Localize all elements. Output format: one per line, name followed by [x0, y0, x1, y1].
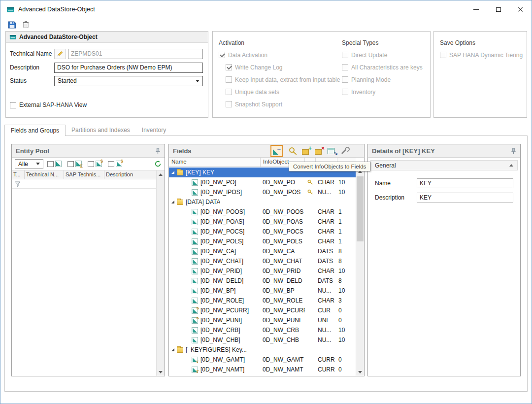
fields-tree-row[interactable]: [0D_NW_PO] 0D_NW_PO CHAR 10 — [169, 177, 356, 187]
fields-tree-row[interactable]: [0D_NW_CRB] 0D_NW_CRB NU... 10 — [169, 325, 356, 335]
edit-pencil-button[interactable] — [54, 49, 66, 59]
key-edit-button[interactable] — [288, 146, 299, 156]
detail-name-input[interactable] — [417, 178, 513, 188]
fields-tree-row[interactable]: [0D_NW_CHAT] 0D_NW_CHAT DATS 8 — [169, 256, 356, 266]
entity-scrollbar[interactable] — [156, 170, 165, 376]
delete-button[interactable] — [22, 21, 30, 29]
entity-filter[interactable] — [67, 161, 84, 167]
entity-filter[interactable] — [47, 161, 64, 167]
maximize-button[interactable] — [487, 0, 509, 18]
activation-box: Activation Data Activation Write Change … — [212, 31, 431, 118]
fields-tree: [KEY] KEY [0D_NW_PO] 0D_NW_PO CHAR 10 [0… — [169, 168, 356, 376]
scroll-down-icon[interactable] — [356, 368, 364, 376]
fields-tree-row[interactable]: [0D_NW_POAS] 0D_NW_POAS CHAR 1 — [169, 217, 356, 227]
tab-fields-and-groups[interactable]: Fields and Groups — [4, 125, 66, 136]
checkbox — [440, 52, 446, 58]
row-type-icon — [192, 189, 198, 196]
filter-checkbox[interactable] — [108, 161, 114, 167]
checkbox — [219, 52, 225, 58]
checkbox-option: Keep Input data, extract from input tabl… — [226, 73, 340, 86]
field-name: [0D_NW_POCS] — [200, 228, 244, 235]
field-infoobject: 0D_NW_PO — [261, 179, 305, 186]
fields-tree-row[interactable]: [0D_NW_IPOS] 0D_NW_IPOS NU... 10 — [169, 187, 356, 197]
field-datatype: DATS — [316, 258, 337, 265]
tab-bar: Fields and Groups Partitions and Indexes… — [4, 125, 172, 136]
field-length: 1 — [337, 218, 356, 225]
filter-checkbox[interactable] — [88, 161, 94, 167]
folder-delete-button[interactable] — [314, 146, 325, 156]
field-length: 0 — [337, 356, 356, 363]
checkbox — [342, 89, 348, 95]
fields-tree-row[interactable]: [0D_NW_POCS] 0D_NW_POCS CHAR 1 — [169, 227, 356, 236]
entity-column-header[interactable]: Technical N... — [25, 170, 64, 179]
description-input[interactable] — [54, 63, 203, 73]
field-length: 10 — [337, 179, 356, 186]
minimize-button[interactable] — [465, 0, 487, 18]
close-button[interactable] — [509, 0, 532, 18]
tree-expand-icon[interactable] — [171, 348, 174, 351]
fields-tree-row[interactable]: [0D_NW_BP] 0D_NW_BP NU... 10 — [169, 286, 356, 296]
fields-tree-row[interactable]: [0D_NW_PUNI] 0D_NW_PUNI UNI 0 — [169, 315, 356, 325]
field-infoobject: 0D_NW_IPOS — [261, 189, 305, 196]
refresh-icon[interactable] — [154, 160, 162, 168]
table-move-button[interactable] — [327, 146, 337, 156]
fields-tree-row[interactable]: [0D_NW_CA] 0D_NW_CA DATS 8 — [169, 246, 356, 256]
scrollbar-thumb[interactable] — [357, 176, 364, 241]
external-hana-view-option[interactable]: External SAP-HANA View — [10, 99, 87, 111]
entity-column-header[interactable]: SAP Technis... — [64, 170, 104, 179]
checkbox-label: Keep Input data, extract from input tabl… — [235, 76, 340, 83]
entity-column-header[interactable]: T... — [12, 170, 25, 179]
fields-tree-row[interactable]: [0D_NW_POOS] 0D_NW_POOS CHAR 1 — [169, 207, 356, 217]
fields-tree-row[interactable]: [DATA] DATA — [169, 197, 356, 207]
entity-filter[interactable] — [108, 161, 125, 167]
fields-tree-row[interactable]: [0D_NW_DELD] 0D_NW_DELD DATS 8 — [169, 276, 356, 286]
field-name: [0D_NW_ROLE] — [200, 297, 244, 304]
fields-toolbar — [268, 145, 350, 157]
technical-name-label: Technical Name — [10, 50, 54, 57]
fields-scrollbar[interactable] — [356, 168, 364, 376]
pin-icon[interactable] — [511, 148, 516, 154]
field-name: [0D_NW_PUNI] — [200, 317, 242, 324]
row-type-icon — [192, 278, 198, 284]
fields-tree-row[interactable]: [0D_NW_NAMT] 0D_NW_NAMT CURR 0 — [169, 365, 356, 374]
entity-filter-row[interactable] — [12, 179, 156, 189]
scroll-up-icon[interactable] — [157, 170, 165, 178]
scroll-down-icon[interactable] — [157, 368, 165, 376]
detail-description-input[interactable] — [417, 193, 513, 202]
fields-tree-row[interactable]: [0D_NW_PCURR] 0D_NW_PCURR CUR 0 — [169, 305, 356, 315]
checkbox — [342, 52, 348, 58]
fields-tree-row[interactable]: [_KEYFIGURES] Key... — [169, 345, 356, 355]
technical-name-input[interactable] — [68, 49, 203, 59]
tree-expand-icon[interactable] — [171, 171, 174, 174]
save-button[interactable] — [8, 21, 16, 29]
entity-column-header[interactable]: Description — [104, 170, 156, 179]
folder-add-button[interactable] — [301, 146, 312, 156]
fields-tree-row[interactable]: [0D_NW_POLS] 0D_NW_POLS CHAR 1 — [169, 236, 356, 246]
field-infoobject: 0D_NW_POLS — [261, 238, 305, 245]
fields-tree-row[interactable]: [0D_NW_GAMT] 0D_NW_GAMT CURR 0 — [169, 355, 356, 365]
entity-filter[interactable] — [88, 161, 104, 167]
entity-filter-bar: Alle — [12, 158, 165, 170]
filter-checkbox[interactable] — [47, 161, 54, 167]
general-section-header[interactable]: General — [370, 160, 518, 170]
wrench-button[interactable] — [339, 146, 350, 156]
convert-infoobjects-button[interactable] — [270, 145, 283, 157]
tab-partitions-and-indexes[interactable]: Partitions and Indexes — [66, 125, 136, 136]
pin-icon[interactable] — [155, 148, 161, 154]
fields-tree-row[interactable]: [0D_NW_CHB] 0D_NW_CHB NU... 10 — [169, 335, 356, 345]
tree-expand-icon[interactable] — [171, 201, 174, 203]
checkbox-option: Snapshot Support — [226, 98, 340, 110]
filter-checkbox[interactable] — [67, 161, 74, 167]
external-hana-view-checkbox[interactable] — [10, 102, 16, 108]
checkbox-option: Planning Mode — [342, 73, 423, 86]
field-datatype: DATS — [316, 248, 337, 255]
status-select[interactable]: Started — [54, 76, 203, 86]
field-name: [0D_NW_PRID] — [200, 268, 242, 274]
fields-tree-row[interactable]: [0D_NW_ROLE] 0D_NW_ROLE CHAR 3 — [169, 296, 356, 305]
field-datatype: CHAR — [316, 208, 337, 215]
general-section-label: General — [375, 162, 396, 169]
column-header-name[interactable]: Name — [169, 158, 261, 167]
entity-filter-select[interactable]: Alle — [15, 159, 43, 169]
fields-tree-row[interactable]: [0D_NW_PRID] 0D_NW_PRID CHAR 10 — [169, 266, 356, 276]
tab-inventory[interactable]: Inventory — [136, 125, 172, 136]
